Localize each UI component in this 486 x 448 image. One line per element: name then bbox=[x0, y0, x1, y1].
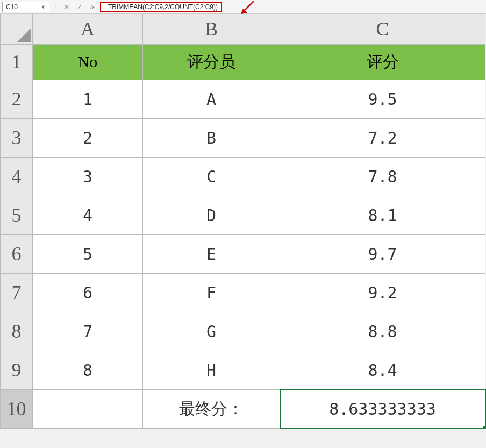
table-row: 2 1 A 9.5 bbox=[1, 80, 485, 118]
cancel-formula-button[interactable]: ✕ bbox=[61, 2, 72, 12]
cell-A6[interactable]: 5 bbox=[33, 234, 143, 273]
cell-B1[interactable]: 评分员 bbox=[143, 44, 280, 80]
formula-text: =TRIMMEAN(C2:C9,2/COUNT(C2:C9)) bbox=[104, 3, 218, 11]
cell-B2[interactable]: A bbox=[143, 80, 280, 118]
row-header-8[interactable]: 8 bbox=[1, 312, 33, 351]
cell-A1[interactable]: No bbox=[33, 44, 143, 80]
fx-icon: fx bbox=[90, 4, 95, 10]
select-all-corner[interactable] bbox=[1, 14, 33, 44]
cell-A8[interactable]: 7 bbox=[33, 312, 143, 351]
row-header-1[interactable]: 1 bbox=[1, 44, 33, 80]
table-row: 5 4 D 8.1 bbox=[1, 196, 485, 234]
row-header-7[interactable]: 7 bbox=[1, 273, 33, 312]
name-box[interactable]: C10 ▼ bbox=[2, 2, 49, 12]
cancel-icon: ✕ bbox=[64, 3, 69, 11]
row-header-9[interactable]: 9 bbox=[1, 351, 33, 389]
cell-C7[interactable]: 9.2 bbox=[280, 273, 485, 312]
separator: ⋮ bbox=[52, 4, 59, 10]
final-row: 10 最终分： 8.633333333 bbox=[1, 389, 485, 428]
cell-A5[interactable]: 4 bbox=[33, 196, 143, 234]
cell-A4[interactable]: 3 bbox=[33, 157, 143, 196]
cell-B4[interactable]: C bbox=[143, 157, 280, 196]
insert-function-button[interactable]: fx bbox=[87, 2, 98, 12]
row-header-6[interactable]: 6 bbox=[1, 234, 33, 273]
table-row: 8 7 G 8.8 bbox=[1, 312, 485, 351]
cell-A2[interactable]: 1 bbox=[33, 80, 143, 118]
cell-C4[interactable]: 7.8 bbox=[280, 157, 485, 196]
row-header-5[interactable]: 5 bbox=[1, 196, 33, 234]
spreadsheet: A B C 1 No 评分员 评分 2 1 A 9.5 3 2 B 7.2 4 … bbox=[0, 14, 486, 429]
cell-B10[interactable]: 最终分： bbox=[143, 389, 280, 428]
table-row: 3 2 B 7.2 bbox=[1, 118, 485, 157]
formula-input[interactable]: =TRIMMEAN(C2:C9,2/COUNT(C2:C9)) bbox=[100, 2, 222, 12]
cell-C8[interactable]: 8.8 bbox=[280, 312, 485, 351]
cell-B6[interactable]: E bbox=[143, 234, 280, 273]
cell-C3[interactable]: 7.2 bbox=[280, 118, 485, 157]
formula-bar: C10 ▼ ⋮ ✕ ✓ fx =TRIMMEAN(C2:C9,2/COUNT(C… bbox=[0, 0, 486, 14]
cell-C2[interactable]: 9.5 bbox=[280, 80, 485, 118]
cell-C9[interactable]: 8.4 bbox=[280, 351, 485, 389]
table-row: 6 5 E 9.7 bbox=[1, 234, 485, 273]
cell-C6[interactable]: 9.7 bbox=[280, 234, 485, 273]
column-headers: A B C bbox=[1, 14, 485, 44]
cell-C5[interactable]: 8.1 bbox=[280, 196, 485, 234]
column-header-B[interactable]: B bbox=[143, 14, 280, 44]
cell-reference: C10 bbox=[6, 3, 18, 11]
row-header-10[interactable]: 10 bbox=[1, 389, 33, 428]
corner-triangle-icon bbox=[17, 29, 31, 42]
cell-B7[interactable]: F bbox=[143, 273, 280, 312]
cell-A7[interactable]: 6 bbox=[33, 273, 143, 312]
column-header-A[interactable]: A bbox=[33, 14, 143, 44]
cell-C10[interactable]: 8.633333333 bbox=[280, 389, 485, 428]
cell-A9[interactable]: 8 bbox=[33, 351, 143, 389]
row-header-2[interactable]: 2 bbox=[1, 80, 33, 118]
confirm-formula-button[interactable]: ✓ bbox=[74, 2, 85, 12]
row-header-4[interactable]: 4 bbox=[1, 157, 33, 196]
cell-B5[interactable]: D bbox=[143, 196, 280, 234]
cell-B8[interactable]: G bbox=[143, 312, 280, 351]
cell-A3[interactable]: 2 bbox=[33, 118, 143, 157]
column-header-C[interactable]: C bbox=[280, 14, 485, 44]
check-icon: ✓ bbox=[77, 3, 82, 11]
cell-B9[interactable]: H bbox=[143, 351, 280, 389]
fill-handle[interactable] bbox=[483, 426, 486, 430]
cell-C1[interactable]: 评分 bbox=[280, 44, 485, 80]
cell-B3[interactable]: B bbox=[143, 118, 280, 157]
row-header-3[interactable]: 3 bbox=[1, 118, 33, 157]
table-header-row: 1 No 评分员 评分 bbox=[1, 44, 485, 80]
final-score: 8.633333333 bbox=[329, 400, 436, 418]
name-box-dropdown-icon[interactable]: ▼ bbox=[41, 4, 46, 10]
table-row: 4 3 C 7.8 bbox=[1, 157, 485, 196]
table-row: 9 8 H 8.4 bbox=[1, 351, 485, 389]
table-row: 7 6 F 9.2 bbox=[1, 273, 485, 312]
cell-A10[interactable] bbox=[33, 389, 143, 428]
